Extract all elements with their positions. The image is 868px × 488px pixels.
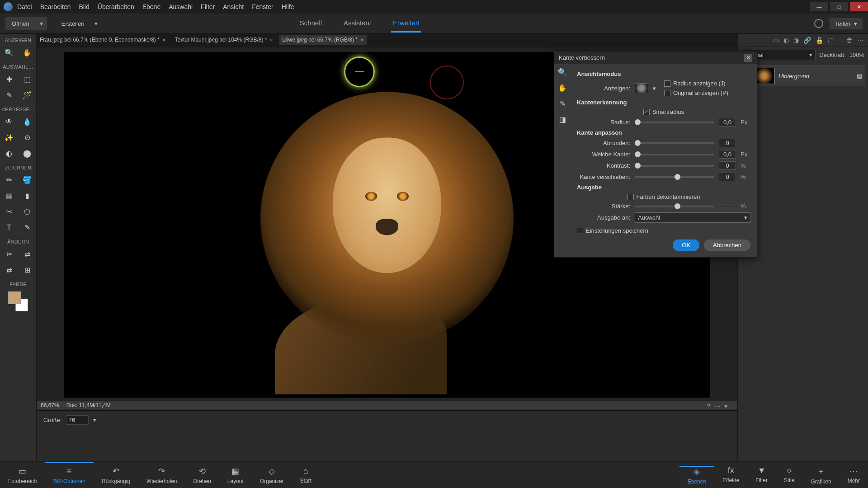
- dlg-hand-icon[interactable]: ✋: [558, 84, 567, 92]
- eraser-tool-icon[interactable]: ▮: [18, 188, 36, 204]
- maximize-button[interactable]: □: [830, 2, 848, 11]
- menu-ueberarbeiten[interactable]: Überarbeiten: [98, 3, 134, 10]
- clone-tool-icon[interactable]: ⊙: [18, 130, 36, 145]
- menu-bearbeiten[interactable]: Bearbeiten: [40, 3, 71, 10]
- lock-icon[interactable]: 🔒: [816, 37, 823, 44]
- layer-name[interactable]: Hintergrund: [778, 73, 809, 80]
- bb-redo[interactable]: ↷Wiederholen: [138, 462, 185, 488]
- view-mode-thumb[interactable]: [635, 83, 648, 93]
- bb-rotate[interactable]: ⟲Drehen: [185, 462, 219, 488]
- color-swatches[interactable]: [8, 291, 28, 311]
- create-button[interactable]: Erstellen: [55, 17, 91, 30]
- feather-slider[interactable]: [635, 154, 714, 155]
- blur-tool-icon[interactable]: ◐: [0, 145, 18, 161]
- bb-fotobereich[interactable]: ▭Fotobereich: [0, 462, 45, 488]
- shape-tool-icon[interactable]: ⬠: [18, 204, 36, 220]
- redeye-tool-icon[interactable]: 👁: [0, 114, 18, 130]
- show-radius-checkbox[interactable]: Radius anzeigen (J): [664, 80, 750, 87]
- feather-value[interactable]: 0,0: [719, 150, 736, 159]
- content-move-icon[interactable]: ⇄: [0, 262, 18, 278]
- bb-layout[interactable]: ▦Layout: [219, 462, 252, 488]
- pencil-tool-icon[interactable]: ✎: [18, 220, 36, 235]
- menu-ansicht[interactable]: Ansicht: [223, 3, 244, 10]
- smart-brush-icon[interactable]: ✨: [0, 130, 18, 145]
- help-icon[interactable]: ?: [707, 402, 710, 410]
- close-button[interactable]: ✕: [850, 2, 868, 11]
- doc-tab-0[interactable]: Frau.jpeg bei 66,7% (Ebene 0, Ebenenmask…: [37, 35, 168, 45]
- bb-start[interactable]: ⌂Start: [292, 462, 320, 488]
- ok-button[interactable]: OK: [673, 239, 699, 251]
- move-tool-icon[interactable]: ✚: [0, 71, 18, 87]
- hand-tool-icon[interactable]: ✋: [18, 45, 36, 61]
- size-dropdown-icon[interactable]: ▾: [93, 417, 96, 423]
- size-input[interactable]: [66, 415, 89, 425]
- show-original-checkbox[interactable]: Original anzeigen (P): [664, 89, 750, 96]
- collapse-icon[interactable]: ▾: [724, 402, 728, 410]
- menu-auswahl[interactable]: Auswahl: [169, 3, 193, 10]
- menu-filter[interactable]: Filter: [201, 3, 215, 10]
- fg-color-swatch[interactable]: [8, 291, 21, 304]
- dialog-close-icon[interactable]: ✕: [744, 54, 752, 62]
- shift-slider[interactable]: [635, 176, 714, 178]
- menu-ebene[interactable]: Ebene: [142, 3, 160, 10]
- contrast-slider[interactable]: [635, 165, 714, 167]
- close-tab-0-icon[interactable]: ×: [162, 37, 166, 43]
- dlg-refine-brush-icon[interactable]: ✎: [560, 99, 566, 108]
- doc-tab-1[interactable]: Textur Mauer.jpeg bei 104% (RGB/8) *×: [172, 35, 276, 45]
- bb-organizer[interactable]: ◇Organizer: [252, 462, 292, 488]
- create-dropdown[interactable]: ▼: [90, 21, 101, 26]
- dialog-titlebar[interactable]: Kante verbessern ✕: [554, 52, 757, 64]
- text-tool-icon[interactable]: T: [0, 220, 18, 235]
- shift-value[interactable]: 0: [719, 173, 736, 181]
- trash-icon[interactable]: 🗑: [846, 37, 853, 44]
- smooth-slider[interactable]: [635, 142, 714, 144]
- bb-wz-optionen[interactable]: ≡WZ-Optionen: [45, 462, 93, 488]
- open-dropdown[interactable]: ▼: [36, 21, 47, 26]
- sponge-tool-icon[interactable]: ⬤: [18, 145, 36, 161]
- zoom-level[interactable]: 66,67%: [41, 402, 59, 408]
- dlg-erase-brush-icon[interactable]: ◨: [559, 115, 566, 124]
- bb-ebenen[interactable]: ◈Ebenen: [679, 466, 714, 485]
- cancel-button[interactable]: Abbrechen: [704, 239, 750, 251]
- bb-undo[interactable]: ↶Rückgängig: [94, 462, 138, 488]
- gradient-tool-icon[interactable]: ▦: [0, 188, 18, 204]
- tab-assistent[interactable]: Assistent: [342, 14, 373, 33]
- spot-tool-icon[interactable]: 💧: [18, 114, 36, 130]
- zoom-tool-icon[interactable]: 🔍: [0, 45, 18, 61]
- radius-slider[interactable]: [635, 122, 714, 123]
- dlg-zoom-icon[interactable]: 🔍: [558, 68, 567, 76]
- mask-icon[interactable]: ◐: [783, 37, 789, 44]
- recompose-tool-icon[interactable]: ⇄: [18, 246, 36, 262]
- marquee-tool-icon[interactable]: ⬚: [18, 71, 36, 87]
- link-icon[interactable]: 🔗: [803, 37, 811, 44]
- brush-tool-icon[interactable]: ✏: [0, 172, 18, 188]
- menu-datei[interactable]: Datei: [17, 3, 32, 10]
- layer-row[interactable]: 👁 Hintergrund ▩: [741, 66, 865, 86]
- doc-tab-2[interactable]: Löwe.jpeg bei 66,7% (RGB/8) *×: [279, 35, 366, 45]
- radius-value[interactable]: 0,0: [719, 118, 736, 127]
- new-layer-icon[interactable]: ▭: [773, 37, 779, 44]
- bb-effekte[interactable]: fxEffekte: [714, 466, 747, 483]
- adjust-icon[interactable]: ◑: [793, 37, 799, 44]
- close-tab-1-icon[interactable]: ×: [270, 37, 274, 43]
- eyedropper-tool-icon[interactable]: ✂: [0, 204, 18, 220]
- lasso-tool-icon[interactable]: ✎: [0, 87, 18, 103]
- crop-tool-icon[interactable]: ✂: [0, 246, 18, 262]
- bb-stile[interactable]: ○Stile: [776, 466, 802, 483]
- smart-radius-checkbox[interactable]: ✔Smartradius: [643, 108, 684, 115]
- view-dropdown-icon[interactable]: ▾: [653, 85, 656, 92]
- theme-toggle-icon[interactable]: [814, 19, 823, 28]
- menu-bild[interactable]: Bild: [79, 3, 89, 10]
- minimize-button[interactable]: —: [810, 2, 828, 11]
- decontaminate-checkbox[interactable]: Farben dekontaminieren: [627, 193, 700, 200]
- tab-schnell[interactable]: Schnell: [298, 14, 324, 33]
- smooth-value[interactable]: 0: [719, 139, 736, 147]
- bb-grafiken[interactable]: ＋Grafiken: [802, 466, 839, 485]
- remember-checkbox[interactable]: Einstellungen speichern: [577, 227, 648, 234]
- bucket-tool-icon[interactable]: 🪣: [18, 172, 36, 188]
- bb-filter[interactable]: ▼Filter: [747, 466, 776, 483]
- menu-dots-icon[interactable]: ⋯: [714, 402, 721, 410]
- straighten-tool-icon[interactable]: ⊞: [18, 262, 36, 278]
- open-button[interactable]: Öffnen: [5, 17, 36, 30]
- tab-erweitert[interactable]: Erweitert: [391, 14, 421, 33]
